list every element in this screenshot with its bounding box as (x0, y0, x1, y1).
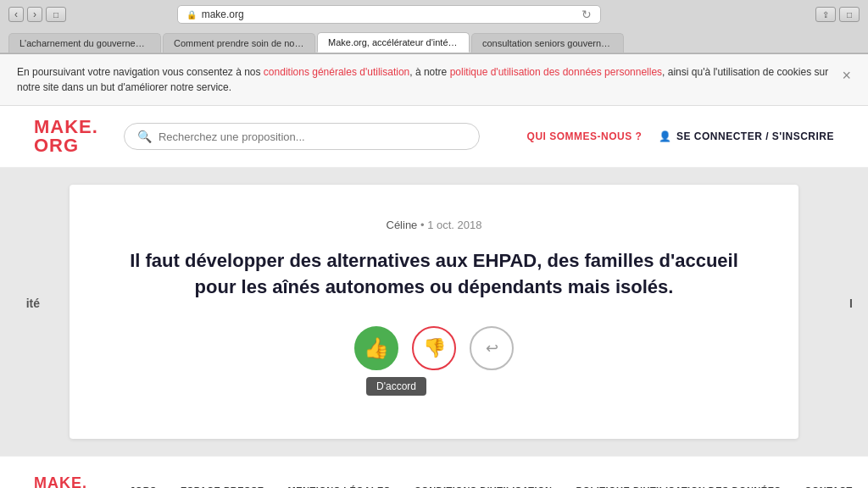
lock-icon: 🔒 (186, 10, 197, 19)
nav-links: QUI SOMMES-NOUS ? 👤 SE CONNECTER / S'INS… (527, 130, 834, 142)
side-label-left: ité (0, 168, 47, 439)
logo-org: ORG (34, 135, 79, 156)
cookie-banner: En poursuivant votre navigation vous con… (0, 54, 868, 106)
logo[interactable]: MAKE. ORG (34, 118, 98, 155)
nav-who-link[interactable]: QUI SOMMES-NOUS ? (527, 130, 643, 142)
browser-tabs: L'acharnement du gouvernement vis à vis … (0, 29, 868, 53)
proposal-actions: 👍 👎 ↩ D'accord (120, 326, 748, 370)
nav-login-link[interactable]: 👤 SE CONNECTER / S'INSCRIRE (659, 130, 834, 142)
forward-button[interactable]: › (27, 7, 42, 22)
refresh-button[interactable]: □ (46, 7, 66, 22)
search-bar[interactable]: 🔍 (124, 123, 480, 150)
share-button[interactable]: ⇪ (815, 7, 836, 22)
browser-action-buttons: ⇪ □ (815, 7, 860, 22)
tab-3-active[interactable]: Make.org, accélérateur d'intérêt général… (317, 32, 470, 53)
vote-disagree-button[interactable]: 👎 (412, 326, 456, 370)
page-background: ité Céline • 1 oct. 2018 Il faut dévelop… (0, 168, 868, 439)
side-label-right: I (843, 168, 868, 439)
cookie-text: En poursuivant votre navigation vous con… (17, 64, 833, 95)
search-input[interactable] (159, 130, 466, 143)
footer-logo[interactable]: MAKE. ORG (34, 475, 87, 488)
footer-logo-make: MAKE. (34, 474, 87, 488)
address-text: make.org (202, 8, 244, 20)
thumbs-down-icon: 👎 (423, 337, 446, 359)
neutral-icon: ↩ (486, 339, 498, 358)
user-icon: 👤 (659, 130, 672, 142)
browser-chrome: ‹ › □ 🔒 make.org ↻ ⇪ □ L'acharnement du … (0, 0, 868, 54)
cookie-link-privacy[interactable]: politique d'utilisation des données pers… (450, 66, 662, 78)
thumbs-up-icon: 👍 (364, 336, 389, 360)
site-header: MAKE. ORG 🔍 QUI SOMMES-NOUS ? 👤 SE CONNE… (0, 106, 868, 168)
cookie-close-button[interactable]: × (842, 64, 851, 87)
vote-tooltip: D'accord (366, 377, 426, 396)
vote-agree-button[interactable]: 👍 (354, 326, 398, 370)
site-footer: MAKE. ORG JOBSESPACE PRESSEMENTIONS LÉGA… (0, 456, 868, 488)
proposal-meta: Céline • 1 oct. 2018 (120, 219, 748, 231)
proposal-card: Céline • 1 oct. 2018 Il faut développer … (70, 185, 798, 439)
search-icon: 🔍 (137, 130, 152, 143)
reload-icon: ↻ (581, 8, 592, 21)
proposal-author: Céline (387, 219, 418, 231)
vote-neutral-button[interactable]: ↩ (470, 326, 514, 370)
fullscreen-button[interactable]: □ (839, 7, 860, 22)
proposal-meta-separator: • (420, 219, 427, 231)
proposal-date: 1 oct. 2018 (427, 219, 481, 231)
proposal-text: Il faut développer des alternatives aux … (120, 248, 748, 301)
tab-1[interactable]: L'acharnement du gouvernement vis à vis … (8, 33, 161, 53)
browser-controls: ‹ › □ (8, 7, 66, 22)
tab-4[interactable]: consultation seniors gouvernement - Rech… (471, 33, 624, 53)
back-button[interactable]: ‹ (8, 7, 24, 22)
cookie-link-tos[interactable]: conditions générales d'utilisation (264, 66, 409, 78)
browser-toolbar: ‹ › □ 🔒 make.org ↻ ⇪ □ (0, 0, 868, 29)
address-bar[interactable]: 🔒 make.org ↻ (177, 5, 601, 24)
tab-2[interactable]: Comment prendre soin de nos aînés ? Une … (163, 33, 315, 53)
